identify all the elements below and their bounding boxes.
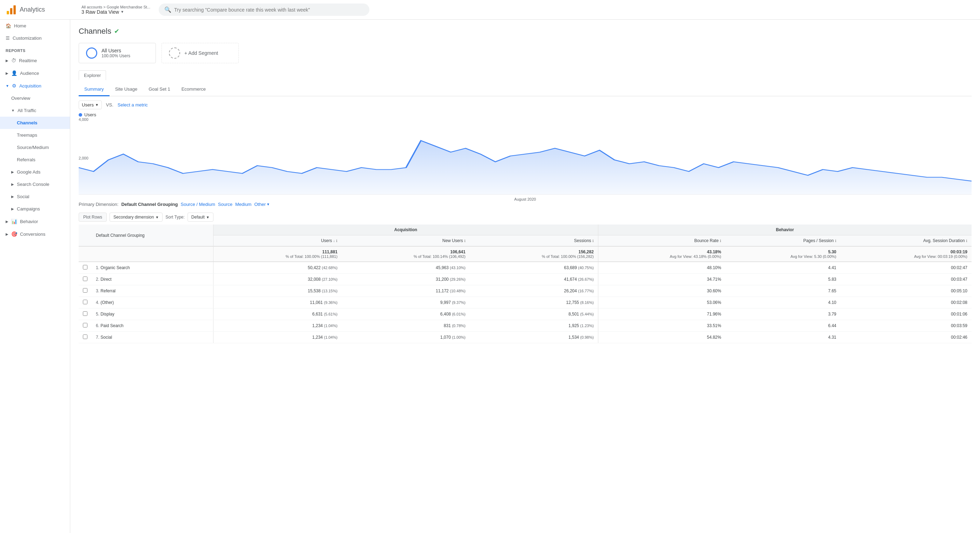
row-checkbox[interactable] — [79, 262, 92, 274]
row-checkbox-input[interactable] — [83, 335, 88, 339]
row-sessions-pct: (26.67%) — [578, 277, 594, 281]
svg-rect-1 — [10, 8, 12, 14]
row-checkbox-input[interactable] — [83, 265, 88, 270]
sidebar-treemaps-label: Treemaps — [17, 132, 37, 138]
row-checkbox[interactable] — [79, 274, 92, 285]
channel-name[interactable]: Paid Search — [100, 323, 123, 328]
sidebar-all-traffic-label: All Traffic — [18, 108, 36, 113]
row-pages-session: 6.44 — [725, 320, 841, 332]
info-icon-users[interactable]: ℹ — [336, 239, 337, 243]
sidebar-item-source-medium[interactable]: Source/Medium — [0, 141, 70, 153]
channel-name[interactable]: Social — [100, 335, 112, 340]
row-checkbox-input[interactable] — [83, 276, 88, 281]
channel-name[interactable]: (Other) — [100, 300, 114, 305]
channel-name[interactable]: Direct — [100, 277, 111, 282]
info-icon-new-users[interactable]: ℹ — [464, 239, 466, 243]
top-bar: Analytics All accounts > Google Merchand… — [0, 0, 980, 20]
sidebar-item-realtime[interactable]: ▶ ⏱ Realtime — [0, 54, 70, 67]
expand-search-console-icon: ▶ — [11, 182, 14, 186]
dim-source-medium[interactable]: Source / Medium — [180, 202, 215, 207]
sidebar-item-overview[interactable]: Overview — [0, 92, 70, 104]
row-checkbox[interactable] — [79, 308, 92, 320]
sidebar-item-treemaps[interactable]: Treemaps — [0, 129, 70, 141]
sidebar-item-search-console[interactable]: ▶ Search Console — [0, 178, 70, 190]
row-num: 6. — [96, 323, 99, 328]
row-avg-session: 00:01:06 — [841, 308, 972, 320]
tab-ecommerce[interactable]: Ecommerce — [176, 83, 212, 96]
y-axis-2000: 2,000 — [79, 156, 89, 160]
sidebar-referrals-label: Referrals — [17, 157, 35, 162]
row-checkbox[interactable] — [79, 320, 92, 332]
segments-row: All Users 100.00% Users + Add Segment — [79, 43, 972, 63]
row-pages-session: 7.65 — [725, 285, 841, 297]
row-num-channel: 7. Social — [92, 332, 213, 343]
row-new-users: 11,172 (10.48%) — [342, 285, 470, 297]
row-checkbox-input[interactable] — [83, 311, 88, 316]
dim-other[interactable]: Other ▼ — [254, 202, 270, 207]
row-sessions: 8,501 (5.44%) — [470, 308, 598, 320]
sidebar-item-referrals[interactable]: Referrals — [0, 153, 70, 166]
sidebar-item-customization[interactable]: ☰ Customization — [0, 32, 70, 44]
channel-name[interactable]: Display — [100, 312, 114, 317]
sidebar-item-audience[interactable]: ▶ 👤 Audience — [0, 67, 70, 80]
row-checkbox[interactable] — [79, 297, 92, 308]
logo-area: Analytics — [6, 4, 76, 16]
sidebar-item-google-ads[interactable]: ▶ Google Ads — [0, 166, 70, 178]
info-icon-pages-session[interactable]: ℹ — [835, 239, 837, 243]
sidebar-item-conversions[interactable]: ▶ 🎯 Conversions — [0, 228, 70, 240]
row-sessions: 41,674 (26.67%) — [470, 274, 598, 285]
sidebar-item-acquisition[interactable]: ▼ ⚙ Acquisition — [0, 80, 70, 92]
sidebar-conversions-label: Conversions — [20, 231, 45, 237]
row-num-channel: 2. Direct — [92, 274, 213, 285]
row-sessions-pct: (16.77%) — [578, 289, 594, 293]
explorer-tab[interactable]: Explorer — [79, 70, 106, 80]
row-pages-session: 3.79 — [725, 308, 841, 320]
row-checkbox-input[interactable] — [83, 323, 88, 327]
home-icon: 🏠 — [6, 23, 11, 29]
tab-goal-set-1[interactable]: Goal Set 1 — [143, 83, 175, 96]
row-checkbox-input[interactable] — [83, 288, 88, 293]
sort-type-select[interactable]: Default ▼ — [188, 212, 213, 222]
account-selector[interactable]: All accounts > Google Merchandise St... … — [81, 5, 150, 15]
sort-arrow: ▼ — [206, 215, 210, 219]
dim-medium[interactable]: Medium — [235, 202, 251, 207]
channel-name[interactable]: Organic Search — [100, 265, 130, 270]
row-users: 1,234 (1.04%) — [213, 320, 342, 332]
secondary-dim-select[interactable]: Secondary dimension ▼ — [110, 212, 162, 222]
add-segment-label[interactable]: + Add Segment — [185, 50, 218, 56]
audience-icon: 👤 — [11, 70, 17, 76]
row-num: 2. — [96, 277, 99, 282]
sidebar-item-channels[interactable]: Channels — [0, 116, 70, 129]
sidebar-item-social[interactable]: ▶ Social — [0, 190, 70, 203]
view-selector[interactable]: 3 Raw Data View ▼ — [81, 9, 150, 15]
acquisition-icon: ⚙ — [12, 83, 16, 89]
row-checkbox-input[interactable] — [83, 300, 88, 304]
sidebar-item-home[interactable]: 🏠 Home — [0, 20, 70, 32]
search-input[interactable] — [174, 7, 364, 13]
row-num-channel: 5. Display — [92, 308, 213, 320]
channel-name[interactable]: Referral — [100, 289, 116, 294]
search-bar[interactable]: 🔍 — [159, 3, 369, 16]
sidebar-item-campaigns[interactable]: ▶ Campaigns — [0, 203, 70, 215]
channel-col-label: Default Channel Grouping — [96, 233, 145, 238]
page-title: Channels — [79, 27, 111, 36]
select-metric-link[interactable]: Select a metric — [118, 102, 148, 107]
info-icon-bounce-rate[interactable]: ℹ — [720, 239, 721, 243]
info-icon-avg-session[interactable]: ℹ — [966, 239, 967, 243]
tab-site-usage[interactable]: Site Usage — [110, 83, 143, 96]
segment-pct: 100.00% Users — [102, 53, 130, 58]
plot-rows-button[interactable]: Plot Rows — [79, 212, 107, 222]
row-checkbox[interactable] — [79, 285, 92, 297]
analytics-logo — [6, 4, 17, 16]
dim-source[interactable]: Source — [218, 202, 232, 207]
add-segment-card[interactable]: + Add Segment — [162, 43, 239, 63]
metric-select[interactable]: Users ▼ — [79, 101, 102, 109]
sidebar-item-behavior[interactable]: ▶ 📊 Behavior — [0, 215, 70, 228]
row-checkbox[interactable] — [79, 332, 92, 343]
info-icon-sessions[interactable]: ℹ — [592, 239, 594, 243]
totals-bounce-rate: 43.18% Avg for View: 43.18% (0.00%) — [598, 246, 725, 262]
col-header-users[interactable]: Users ↓ ℹ — [213, 235, 342, 247]
tab-summary[interactable]: Summary — [79, 83, 110, 96]
row-new-users: 831 (0.78%) — [342, 320, 470, 332]
sidebar-item-all-traffic[interactable]: ▼ All Traffic — [0, 104, 70, 116]
